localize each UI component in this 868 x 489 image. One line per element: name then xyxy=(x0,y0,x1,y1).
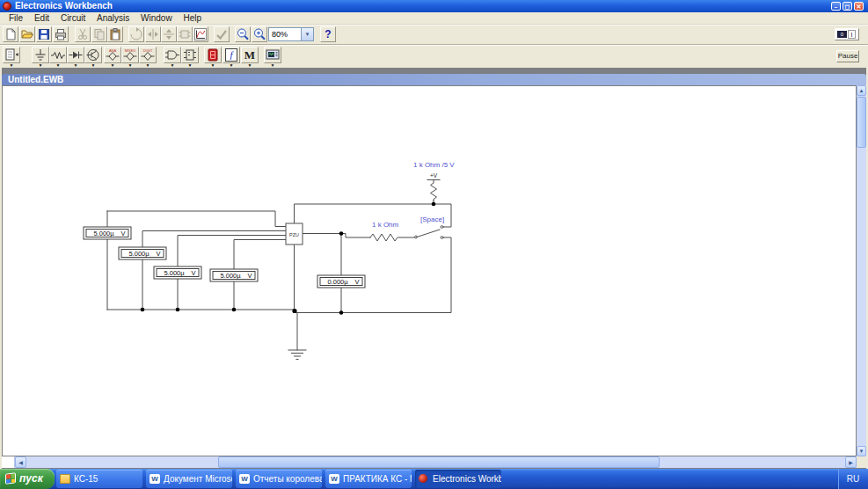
controls-bin[interactable]: f ▼ xyxy=(222,47,240,68)
menu-edit[interactable]: Edit xyxy=(34,13,49,23)
indicators-bin[interactable]: ▼ xyxy=(204,47,222,68)
zoom-out-button[interactable] xyxy=(235,26,251,42)
mdi-workspace: Untitled.EWB xyxy=(0,68,868,469)
power-off-label: 0 xyxy=(837,31,847,38)
pullup-resistor[interactable]: 1 k Ohm /5 V +V xyxy=(413,161,455,201)
task-button-word-2[interactable]: W Отчеты королева - ... xyxy=(236,470,322,488)
voltmeter-1-unit: V xyxy=(120,230,125,237)
task-button-folder[interactable]: КС-15 xyxy=(56,470,142,488)
vertical-scrollbar[interactable]: ▲ ▼ xyxy=(857,85,866,456)
scroll-corner-box xyxy=(2,456,15,468)
scroll-down-icon[interactable]: ▼ xyxy=(857,446,866,456)
word-icon: W xyxy=(329,474,339,484)
vertical-scroll-thumb[interactable] xyxy=(857,97,866,148)
restore-button[interactable]: ◻ xyxy=(842,2,852,11)
language-indicator[interactable]: RU xyxy=(838,469,868,489)
menu-file[interactable]: File xyxy=(9,13,23,23)
voltmeter-3[interactable]: 5.000µ V xyxy=(154,266,201,279)
word-icon: W xyxy=(150,474,160,484)
zoom-level-combo[interactable]: 80% ▼ xyxy=(268,27,314,41)
series-resistor[interactable]: 1 k Ohm xyxy=(370,221,399,241)
series-resistor-label: 1 k Ohm xyxy=(372,221,399,229)
component-properties-button xyxy=(214,26,230,42)
voltmeter-2-value: 5.000µ xyxy=(128,250,150,258)
rom-label: PZU xyxy=(289,232,299,237)
help-button[interactable]: ? xyxy=(320,26,336,42)
space-switch[interactable]: [Space] xyxy=(415,215,445,238)
mixed-ics-bin[interactable]: MIXED ▼ xyxy=(121,47,139,68)
voltmeter-5[interactable]: 0.000µ V xyxy=(317,275,365,288)
rom-subcircuit[interactable]: PZU xyxy=(286,223,303,244)
voltmeter-4[interactable]: 5.000µ V xyxy=(210,269,258,281)
sources-bin[interactable]: ▼ xyxy=(32,47,49,68)
menu-help[interactable]: Help xyxy=(183,13,201,23)
close-button[interactable]: ✕ xyxy=(854,2,864,11)
start-label: пуск xyxy=(19,472,43,485)
voltmeter-5-unit: V xyxy=(354,278,359,286)
mixed-label: MIXED xyxy=(125,48,136,53)
chevron-down-icon[interactable]: ▼ xyxy=(301,28,313,40)
voltmeter-2-unit: V xyxy=(156,250,160,258)
vcc-symbol: +V xyxy=(430,172,438,179)
digit-label: DIGIT xyxy=(143,48,153,53)
menu-window[interactable]: Window xyxy=(141,13,172,23)
favorites-bin[interactable]: ▼ xyxy=(3,47,20,68)
ground-symbol[interactable] xyxy=(288,350,306,360)
voltmeter-2[interactable]: 5.000µ V xyxy=(119,247,166,259)
pullup-resistor-label: 1 k Ohm /5 V xyxy=(413,161,455,169)
digital-bin[interactable]: ▼ xyxy=(181,47,199,68)
scroll-left-icon[interactable]: ◀ xyxy=(15,456,26,468)
voltmeter-4-value: 5.000µ xyxy=(220,272,241,280)
transistors-bin[interactable]: ▼ xyxy=(84,47,102,68)
paste-button[interactable] xyxy=(107,26,123,42)
task-button-word-1[interactable]: W Документ Microsoft ... xyxy=(146,470,232,488)
circuit-window: Untitled.EWB xyxy=(2,74,866,469)
schematic-canvas[interactable]: 1 k Ohm /5 V +V 1 k Ohm [Space] xyxy=(2,85,857,456)
horizontal-scrollbar[interactable]: ◀ ▶ xyxy=(2,456,857,468)
instruments-bin[interactable]: ▼ xyxy=(264,47,281,68)
misc-m-label: M xyxy=(244,48,255,62)
zoom-in-button[interactable] xyxy=(252,26,267,42)
task-button-ewb-active[interactable]: Electronics Workbenc... xyxy=(415,470,501,488)
rotate-button xyxy=(128,26,144,42)
scroll-up-icon[interactable]: ▲ xyxy=(857,85,866,96)
junction-dots xyxy=(141,202,436,315)
open-button[interactable] xyxy=(19,26,35,42)
window-title: Electronics Workbench xyxy=(15,0,113,12)
horizontal-scroll-thumb[interactable] xyxy=(218,456,660,468)
logic-gates-bin[interactable]: ▼ xyxy=(164,47,181,68)
windows-flag-icon xyxy=(5,472,16,484)
basic-bin[interactable]: ▼ xyxy=(49,47,67,68)
new-button[interactable] xyxy=(3,26,18,42)
taskbar: пуск КС-15 W Документ Microsoft ... W От… xyxy=(0,469,868,489)
create-subcircuit-button xyxy=(177,26,193,42)
menu-bar: File Edit Circuit Analysis Window Help xyxy=(0,12,868,25)
start-button[interactable]: пуск xyxy=(0,469,55,489)
analog-ics-bin[interactable]: ANA ▼ xyxy=(104,47,121,68)
task-button-word-3[interactable]: W ПРАКТИКА КС - Mic... xyxy=(325,470,412,488)
ewb-icon xyxy=(419,474,427,483)
display-graphs-button[interactable] xyxy=(193,26,208,42)
voltmeter-3-value: 5.000µ xyxy=(164,269,185,277)
digital-ics-bin[interactable]: DIGIT ▼ xyxy=(139,47,157,68)
pause-button[interactable]: Pause xyxy=(836,50,859,62)
power-switch[interactable]: 0 I xyxy=(835,28,859,40)
save-button[interactable] xyxy=(36,26,52,42)
print-button[interactable] xyxy=(53,26,69,42)
menu-analysis[interactable]: Analysis xyxy=(97,13,129,23)
ana-label: ANA xyxy=(109,48,117,53)
circuit-window-title-bar[interactable]: Untitled.EWB xyxy=(2,74,866,85)
diodes-bin[interactable]: ▼ xyxy=(67,47,84,68)
menu-circuit[interactable]: Circuit xyxy=(61,13,85,23)
scroll-right-icon[interactable]: ▶ xyxy=(845,456,857,468)
app-icon xyxy=(3,2,11,11)
voltmeter-5-value: 0.000µ xyxy=(327,278,348,286)
voltmeter-1[interactable]: 5.000µ V xyxy=(84,227,131,239)
flip-horizontal-button xyxy=(145,26,161,42)
minimize-button[interactable]: – xyxy=(831,2,841,11)
electronics-workbench-window: Electronics Workbench – ◻ ✕ File Edit Ci… xyxy=(0,0,868,489)
miscellaneous-bin[interactable]: M ▼ xyxy=(241,47,259,68)
power-on-label: I xyxy=(848,30,856,39)
voltmeter-1-value: 5.000µ xyxy=(93,230,114,237)
word-icon: W xyxy=(239,474,250,484)
